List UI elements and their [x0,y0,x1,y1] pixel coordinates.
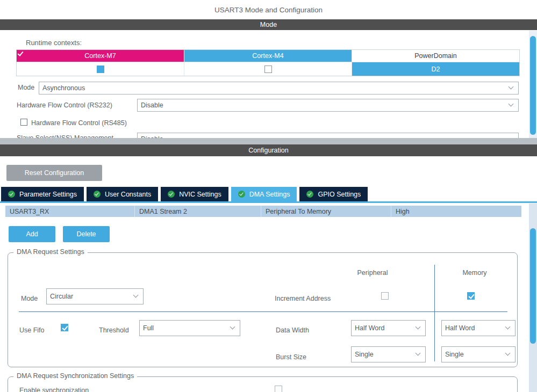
threshold-value: Full [143,324,154,332]
rs485-label: Hardware Flow Control (RS485) [31,119,127,127]
tab-dma-settings[interactable]: DMA Settings [231,187,297,201]
section-divider-line [19,311,507,312]
threshold-label: Threshold [99,326,129,334]
tab-label: NVIC Settings [179,191,221,198]
mode-select[interactable]: Asynchronous [39,82,519,95]
panel-splitter[interactable] [0,138,537,144]
rs485-checkbox[interactable] [20,119,27,126]
burst-size-peripheral-value: Single [355,351,374,358]
tab-user-constants[interactable]: User Constants [87,187,158,201]
dma-direction-cell: Peripheral To Memory [261,206,391,217]
configuration-tabs: Parameter Settings User Constants NVIC S… [1,187,368,201]
tab-label: DMA Settings [249,191,290,198]
chevron-down-icon [505,324,511,330]
dma-table-selected-row[interactable]: USART3_RX DMA1 Stream 2 Peripheral To Me… [5,206,521,217]
rs232-select-value: Disable [141,101,163,109]
cortex-m4-checkbox[interactable] [264,66,272,73]
dma-mode-select[interactable]: Circular [46,288,144,304]
group-legend: DMA Request Synchronization Settings [13,372,137,380]
dma-mode-label: Mode [21,295,38,302]
cortex-m7-header: Cortex-M7 [17,50,184,62]
memory-column-header: Memory [442,269,507,277]
tab-label: User Constants [105,191,151,198]
burst-size-label: Burst Size [276,353,306,361]
chevron-down-icon [133,293,139,298]
mode-field-label: Mode [18,84,34,91]
configuration-section-header: Configuration [0,144,537,156]
dma-request-settings-group: DMA Request Settings Peripheral Memory M… [8,252,518,367]
runtime-contexts-header-row: Cortex-M7 Cortex-M4 PowerDomain [17,50,519,62]
mode-panel-scrollbar-thumb[interactable] [530,36,536,135]
power-domain-header: PowerDomain [352,50,519,62]
rs232-select[interactable]: Disable [137,99,519,112]
tab-parameter-settings[interactable]: Parameter Settings [1,187,84,201]
dma-mode-value: Circular [50,293,73,300]
increment-address-peripheral-checkbox[interactable] [381,292,389,300]
tab-label: Parameter Settings [19,191,77,198]
burst-size-peripheral-select[interactable]: Single [351,346,426,362]
power-domain-value: D2 [352,62,519,76]
use-fifo-label: Use Fifo [19,326,45,334]
runtime-contexts-table: Cortex-M7 Cortex-M4 PowerDomain D2 [16,49,520,76]
chevron-down-icon [230,324,235,330]
cortex-m4-header: Cortex-M4 [184,50,352,62]
clipped-field-label: Slave Select(NSS) Management [17,134,113,138]
chevron-down-icon [416,324,421,330]
dma-priority-cell: High [391,206,521,217]
check-circle-icon [238,191,245,198]
add-button[interactable]: Add [9,226,55,242]
config-panel-scrollbar-thumb[interactable] [530,228,536,344]
data-width-peripheral-select[interactable]: Half Word [351,320,426,336]
tab-gpio-settings[interactable]: GPIO Settings [299,187,368,201]
usart3-configuration-window: USART3 Mode and Configuration Mode Runti… [0,0,537,392]
check-circle-icon [306,191,313,198]
enable-synchronization-checkbox[interactable] [275,386,282,392]
data-width-memory-value: Half Word [445,324,475,332]
chevron-down-icon [505,351,511,356]
group-legend: DMA Request Settings [13,248,88,256]
data-width-peripheral-value: Half Word [355,324,384,332]
tab-nvic-settings[interactable]: NVIC Settings [161,187,228,201]
cortex-m7-cell [17,62,184,76]
column-divider-line [434,265,435,361]
chevron-down-icon [509,101,514,107]
dma-stream-cell: DMA1 Stream 2 [134,206,261,217]
runtime-contexts-value-row: D2 [17,62,519,76]
burst-size-memory-select[interactable]: Single [441,346,515,362]
use-fifo-checkbox[interactable] [61,324,68,331]
delete-button[interactable]: Delete [63,226,110,242]
runtime-contexts-label: Runtime contexts: [26,39,82,47]
check-circle-icon [8,191,15,198]
clipped-field-select[interactable]: Disable [137,133,519,138]
mode-section-header: Mode [0,19,537,30]
rs232-field-label: Hardware Flow Control (RS232) [17,101,112,109]
burst-size-memory-value: Single [445,351,464,358]
tab-label: GPIO Settings [318,191,361,198]
page-title: USART3 Mode and Configuration [0,0,537,19]
data-width-label: Data Width [276,326,309,334]
dma-request-cell: USART3_RX [5,206,134,217]
peripheral-column-header: Peripheral [340,269,405,277]
cortex-m7-checkbox[interactable] [97,66,104,73]
dma-sync-settings-group: DMA Request Synchronization Settings Ena… [8,376,518,392]
cortex-m4-cell [184,62,352,76]
mode-select-value: Asynchronous [42,84,85,92]
threshold-select[interactable]: Full [139,320,240,336]
mode-panel: Runtime contexts: Cortex-M7 Cortex-M4 Po… [0,30,529,138]
reset-configuration-button[interactable]: Reset Configuration [6,165,102,181]
chevron-down-icon [416,351,421,356]
chevron-down-icon [509,84,514,90]
check-circle-icon [168,191,175,198]
increment-address-label: Increment Address [275,295,331,302]
increment-address-memory-checkbox[interactable] [467,292,475,300]
enable-synchronization-label: Enable synchronization [19,387,89,392]
check-circle-icon [94,191,101,198]
active-tab-underline [0,201,537,203]
data-width-memory-select[interactable]: Half Word [441,320,515,336]
